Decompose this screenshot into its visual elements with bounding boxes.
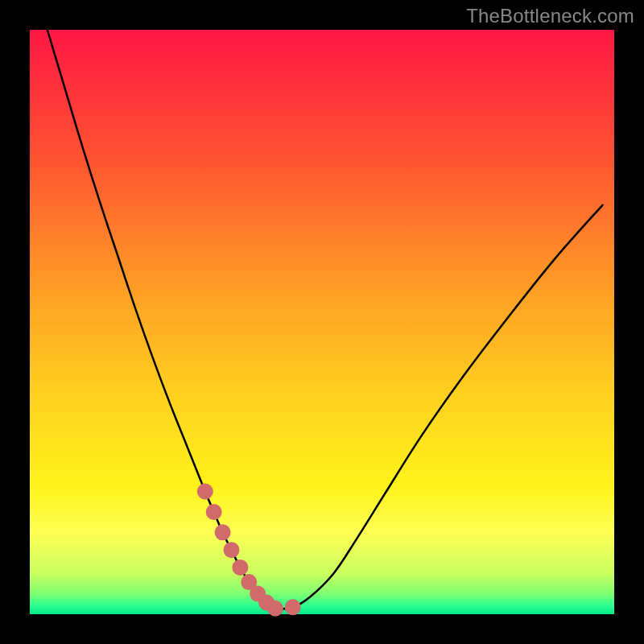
highlight-marker [197, 484, 213, 500]
highlight-marker [267, 601, 283, 617]
highlight-marker [232, 559, 248, 576]
chart-svg [0, 0, 644, 644]
highlight-marker [223, 542, 239, 558]
highlight-marker [215, 524, 231, 540]
highlight-marker [285, 599, 301, 615]
watermark-text: TheBottleneck.com [466, 5, 634, 27]
chart-root: TheBottleneck.com [0, 0, 644, 644]
highlight-marker [206, 504, 222, 520]
plot-background [30, 30, 614, 614]
